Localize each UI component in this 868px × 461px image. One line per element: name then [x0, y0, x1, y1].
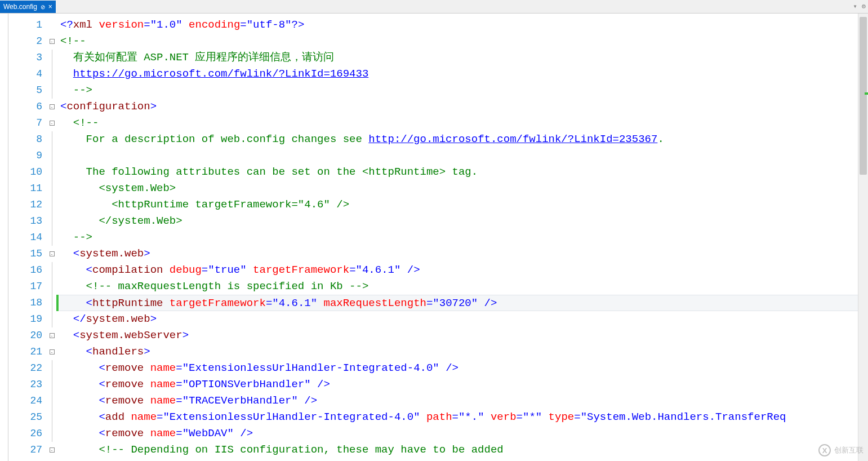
code-line[interactable]: <httpRuntime targetFramework="4.6" /> [59, 197, 858, 213]
line-number: 15 [8, 246, 48, 262]
line-number: 12 [8, 197, 48, 213]
code-line[interactable]: <configuration> [59, 99, 858, 115]
code-line[interactable]: <compilation debug="true" targetFramewor… [59, 262, 858, 278]
code-line[interactable]: <add name="ExtensionlessUrlHandler-Integ… [59, 409, 858, 425]
code-line[interactable]: 有关如何配置 ASP.NET 应用程序的详细信息，请访问 [59, 50, 858, 66]
code-line[interactable]: <remove name="ExtensionlessUrlHandler-In… [59, 360, 858, 376]
line-number: 21 [8, 344, 48, 360]
code-line[interactable]: <remove name="TRACEVerbHandler" /> [59, 393, 858, 409]
fold-toggle[interactable]: - [48, 99, 56, 115]
line-number: 22 [8, 360, 48, 376]
vertical-scrollbar[interactable] [858, 14, 868, 461]
line-number: 2 [8, 33, 48, 50]
link[interactable]: http://go.microsoft.com/fwlink/?LinkId=2… [368, 133, 657, 145]
code-line[interactable]: </system.Web> [59, 213, 858, 229]
line-number: 27 [8, 442, 48, 458]
code-line[interactable]: <!-- maxRequestLength is specified in Kb… [59, 278, 858, 295]
pin-icon[interactable]: ⊘ [41, 4, 45, 10]
tab-title: Web.config [3, 3, 37, 11]
line-number: 4 [8, 66, 48, 82]
line-number: 14 [8, 229, 48, 246]
watermark: X 创新互联 [818, 444, 863, 456]
code-line[interactable]: --> [59, 229, 858, 246]
code-line[interactable]: </system.web> [59, 311, 858, 327]
line-number: 5 [8, 82, 48, 99]
line-number: 9 [8, 148, 48, 164]
editor-window: Web.config ⊘ × ▾ ⚙ ⬍ 1 2 3 4 5 6 7 8 9 1… [0, 0, 868, 461]
indicator-margin [0, 14, 8, 461]
code-line[interactable]: <!-- Depending on IIS configuration, the… [59, 442, 858, 458]
link[interactable]: https://go.microsoft.com/fwlink/?LinkId=… [73, 68, 369, 80]
gear-icon[interactable]: ⚙ [862, 2, 866, 11]
code-line[interactable]: The following attributes can be set on t… [59, 164, 858, 180]
code-line[interactable]: <remove name="WebDAV" /> [59, 425, 858, 442]
code-line[interactable]: <!-- [59, 33, 858, 50]
line-number: 8 [8, 131, 48, 148]
line-number-gutter: 1 2 3 4 5 6 7 8 9 10 11 12 13 14 15 16 1… [8, 14, 48, 461]
watermark-text: 创新互联 [834, 445, 863, 455]
tab-webconfig[interactable]: Web.config ⊘ × [0, 1, 56, 13]
code-area[interactable]: <?xml version="1.0" encoding="utf-8"?> <… [59, 14, 858, 461]
watermark-logo-icon: X [818, 444, 831, 456]
change-marker [56, 295, 59, 311]
line-number: 25 [8, 409, 48, 425]
line-number: 19 [8, 311, 48, 327]
line-number: 13 [8, 213, 48, 229]
code-line[interactable]: <remove name="OPTIONSVerbHandler" /> [59, 376, 858, 393]
code-line[interactable]: <system.web> [59, 246, 858, 262]
code-line[interactable]: <system.webServer> [59, 327, 858, 344]
close-icon[interactable]: × [48, 3, 52, 11]
scroll-thumb[interactable] [860, 17, 867, 175]
code-line[interactable]: For a description of web.config changes … [59, 131, 858, 148]
line-number: 1 [8, 17, 48, 33]
line-number: 23 [8, 376, 48, 393]
dropdown-icon[interactable]: ▾ [853, 2, 857, 11]
line-number: 20 [8, 327, 48, 344]
line-number: 7 [8, 115, 48, 131]
code-line-current[interactable]: <httpRuntime targetFramework="4.6.1" max… [59, 295, 858, 311]
code-line[interactable]: <!-- [59, 115, 858, 131]
fold-toggle[interactable]: - [48, 33, 56, 50]
code-line[interactable]: <handlers> [59, 344, 858, 360]
code-line[interactable]: https://go.microsoft.com/fwlink/?LinkId=… [59, 66, 858, 82]
line-number: 6 [8, 99, 48, 115]
fold-toggle[interactable]: - [48, 327, 56, 344]
line-number: 24 [8, 393, 48, 409]
tab-bar: Web.config ⊘ × ▾ ⚙ [0, 0, 868, 14]
line-number: 17 [8, 278, 48, 295]
fold-gutter: - - - - - - - [48, 14, 56, 461]
line-number: 10 [8, 164, 48, 180]
line-number: 18 [8, 295, 48, 311]
code-line[interactable]: <system.Web> [59, 180, 858, 197]
line-number: 26 [8, 425, 48, 442]
line-number: 16 [8, 262, 48, 278]
scroll-change-mark [865, 92, 868, 95]
code-line[interactable]: --> [59, 82, 858, 99]
tabbar-controls: ▾ ⚙ [853, 2, 866, 11]
code-line[interactable]: <?xml version="1.0" encoding="utf-8"?> [59, 17, 858, 33]
fold-toggle[interactable]: - [48, 246, 56, 262]
line-number: 3 [8, 50, 48, 66]
fold-toggle[interactable]: - [48, 115, 56, 131]
line-number: 11 [8, 180, 48, 197]
fold-toggle[interactable]: - [48, 344, 56, 360]
code-line[interactable] [59, 148, 858, 164]
code-editor[interactable]: 1 2 3 4 5 6 7 8 9 10 11 12 13 14 15 16 1… [0, 14, 868, 461]
fold-toggle[interactable]: - [48, 442, 56, 458]
